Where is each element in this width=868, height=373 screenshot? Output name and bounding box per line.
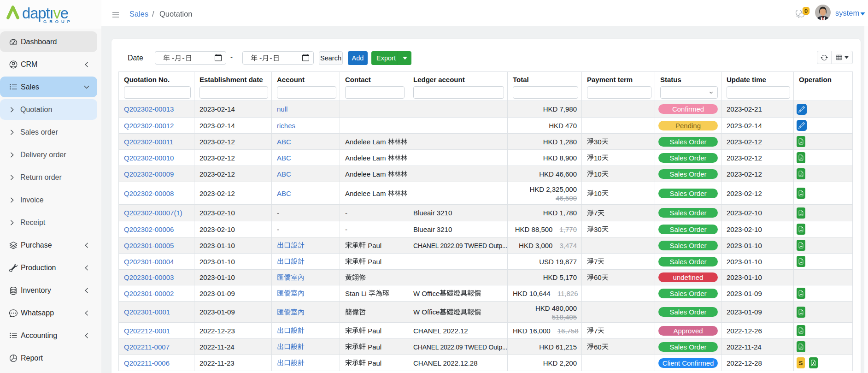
svg-text:GROUP: GROUP (43, 19, 73, 24)
